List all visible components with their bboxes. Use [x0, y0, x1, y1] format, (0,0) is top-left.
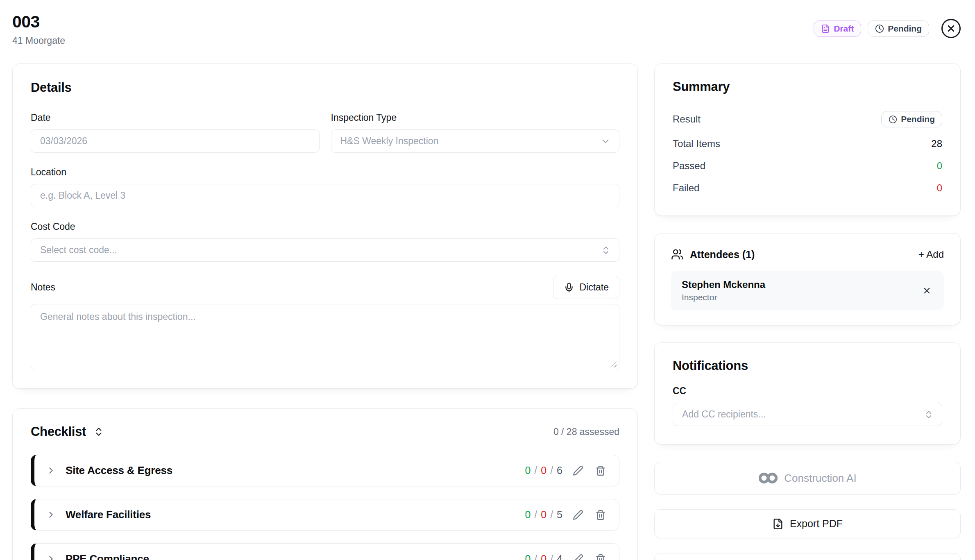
location-field-group: Location — [31, 167, 619, 207]
date-label: Date — [31, 112, 320, 123]
result-pending-badge: Pending — [881, 111, 942, 127]
trash-icon — [595, 510, 606, 520]
details-heading: Details — [31, 80, 619, 95]
summary-row-passed: Passed 0 — [673, 155, 942, 177]
section-edit-button[interactable] — [571, 464, 585, 478]
summary-row-total: Total Items 28 — [673, 133, 942, 155]
attendees-heading: Attendees (1) — [690, 249, 755, 261]
trash-icon — [595, 554, 606, 560]
file-down-icon — [772, 518, 784, 530]
notes-label: Notes — [31, 282, 55, 293]
section-title: PPE Compliance — [66, 553, 149, 560]
checklist-section-row[interactable]: Site Access & Egress 0 / 0 / 6 — [31, 455, 619, 486]
checklist-card: Checklist 0 / 28 assessed Site Ac — [12, 408, 638, 560]
section-failed-count: 0 — [541, 553, 546, 560]
checklist-section-row[interactable]: PPE Compliance 0 / 0 / 4 — [31, 543, 619, 560]
chevron-right-icon — [46, 510, 56, 520]
section-title: Welfare Facilities — [66, 508, 151, 521]
section-failed-count: 0 — [541, 509, 546, 521]
section-passed-count: 0 — [525, 553, 531, 560]
section-delete-button[interactable] — [594, 508, 608, 522]
clock-icon — [889, 115, 897, 124]
page-subtitle: 41 Moorgate — [12, 35, 65, 46]
section-edit-button[interactable] — [571, 552, 585, 560]
assessed-count: 0 / 28 assessed — [553, 426, 619, 438]
date-input[interactable] — [31, 129, 320, 153]
details-card: Details Date Inspection Type H&S Weekly … — [12, 63, 638, 389]
inspection-type-select[interactable]: H&S Weekly Inspection — [331, 129, 620, 153]
location-input[interactable] — [31, 184, 619, 207]
title-block: 003 41 Moorgate — [12, 12, 65, 46]
chevrons-up-down-icon — [93, 426, 104, 437]
section-title: Site Access & Egress — [66, 464, 172, 477]
summary-row-failed: Failed 0 — [673, 177, 942, 199]
section-delete-button[interactable] — [594, 552, 608, 560]
pencil-icon — [573, 554, 583, 560]
summary-card: Summary Result Pending Total Items 28 Pa — [654, 63, 961, 216]
summary-heading: Summary — [673, 79, 942, 94]
export-pdf-button[interactable]: Export PDF — [654, 509, 961, 538]
inspection-detail-page: 003 41 Moorgate Draft Pending — [0, 0, 975, 560]
checklist-heading: Checklist — [31, 424, 86, 439]
attendee-info: Stephen Mckenna Inspector — [682, 279, 765, 302]
section-delete-button[interactable] — [594, 464, 608, 478]
section-passed-count: 0 — [525, 509, 531, 521]
section-total-count: 5 — [557, 509, 562, 521]
attendee-list-item: Stephen Mckenna Inspector — [671, 271, 944, 310]
pencil-icon — [573, 510, 583, 520]
checklist-section-row[interactable]: Welfare Facilities 0 / 0 / 5 — [31, 499, 619, 531]
notifications-card: Notifications CC Add CC recipients... — [654, 342, 961, 444]
page-header: 003 41 Moorgate Draft Pending — [12, 12, 961, 46]
page-title: 003 — [12, 12, 65, 32]
notes-textarea[interactable] — [31, 304, 619, 370]
save-draft-button[interactable]: Save Draft — [654, 553, 961, 560]
attendees-card: Attendees (1) + Add Stephen Mckenna Insp… — [654, 233, 961, 325]
chevrons-up-down-icon — [924, 410, 934, 419]
location-label: Location — [31, 167, 619, 178]
file-text-icon — [821, 24, 830, 33]
attendee-role: Inspector — [682, 292, 765, 302]
chevron-right-icon — [46, 465, 56, 476]
header-status-area: Draft Pending — [814, 19, 961, 38]
inspection-type-field-group: Inspection Type H&S Weekly Inspection — [331, 112, 620, 153]
clock-icon — [875, 24, 884, 33]
chevrons-up-down-icon — [601, 245, 611, 255]
x-icon — [922, 286, 932, 295]
inspection-type-label: Inspection Type — [331, 112, 620, 123]
cost-code-label: Cost Code — [31, 221, 619, 232]
chevron-right-icon — [46, 554, 56, 560]
x-icon — [946, 23, 956, 34]
dictate-button[interactable]: Dictate — [553, 276, 619, 299]
section-edit-button[interactable] — [571, 508, 585, 522]
attendee-name: Stephen Mckenna — [682, 279, 765, 290]
date-field-group: Date — [31, 112, 320, 153]
infinity-logo-icon — [758, 472, 778, 484]
draft-badge: Draft — [814, 20, 861, 37]
section-total-count: 4 — [557, 553, 562, 560]
mic-icon — [564, 282, 574, 293]
pencil-icon — [573, 465, 583, 476]
cost-code-field-group: Cost Code Select cost code... — [31, 221, 619, 262]
trash-icon — [595, 465, 606, 476]
cost-code-select[interactable]: Select cost code... — [31, 238, 619, 262]
cc-label: CC — [673, 385, 942, 397]
construction-ai-button[interactable]: Construction AI — [654, 462, 961, 494]
summary-row-result: Result Pending — [673, 106, 942, 133]
close-button[interactable] — [941, 19, 961, 38]
add-attendee-button[interactable]: + Add — [918, 249, 944, 260]
checklist-sort-button[interactable] — [93, 426, 105, 438]
pending-badge: Pending — [868, 20, 929, 37]
section-total-count: 6 — [557, 465, 562, 476]
cc-recipients-select[interactable]: Add CC recipients... — [673, 403, 942, 426]
section-failed-count: 0 — [541, 465, 546, 476]
remove-attendee-button[interactable] — [921, 284, 933, 297]
users-icon — [671, 248, 683, 261]
notifications-heading: Notifications — [673, 358, 942, 373]
chevron-down-icon — [600, 136, 611, 147]
section-passed-count: 0 — [525, 465, 531, 476]
